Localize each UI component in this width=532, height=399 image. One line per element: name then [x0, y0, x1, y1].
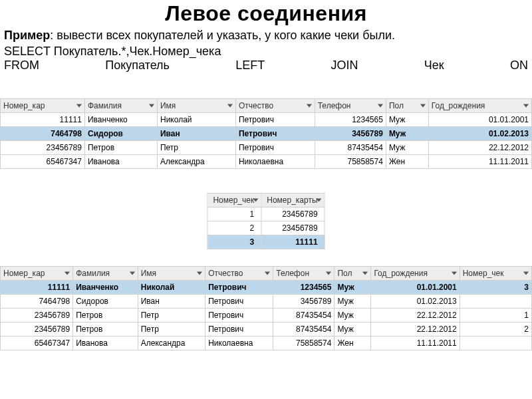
table-cell[interactable]: 22.12.2012: [428, 141, 531, 155]
table-cell[interactable]: Иванченко: [84, 113, 157, 127]
table-row[interactable]: 7464798СидоровИванПетрович3456789Муж01.0…: [1, 127, 532, 141]
table-cell[interactable]: Муж: [334, 281, 371, 295]
table-cell[interactable]: Сидоров: [84, 127, 157, 141]
table-cell[interactable]: Петрович: [235, 113, 315, 127]
table-row[interactable]: 11111ИванченкоНиколайПетрович1234565Муж0…: [1, 281, 532, 295]
table-row[interactable]: 23456789ПетровПетрПетрович87435454Муж22.…: [1, 309, 532, 323]
dropdown-icon[interactable]: [130, 272, 135, 275]
column-header[interactable]: Номер_карты: [261, 194, 325, 207]
table-cell[interactable]: Петрович: [205, 281, 273, 295]
table-cell[interactable]: 87435454: [273, 323, 334, 336]
table-cell[interactable]: 3456789: [273, 295, 334, 309]
column-header[interactable]: Телефон: [315, 99, 386, 113]
table-row[interactable]: 123456789: [207, 207, 325, 221]
table-cell[interactable]: 01.01.2001: [371, 281, 460, 295]
dropdown-icon[interactable]: [378, 104, 383, 108]
table-cell[interactable]: 11111: [1, 113, 85, 127]
dropdown-icon[interactable]: [362, 272, 368, 275]
dropdown-icon[interactable]: [317, 199, 322, 202]
table-cell[interactable]: Александра: [138, 336, 205, 350]
table-cell[interactable]: [460, 336, 531, 350]
table-cell[interactable]: Александра: [157, 155, 235, 169]
dropdown-icon[interactable]: [253, 199, 258, 202]
table-cell[interactable]: Муж: [334, 309, 371, 323]
table-cell[interactable]: 01.02.2013: [371, 295, 460, 309]
table-cell[interactable]: Петрович: [205, 323, 273, 336]
table-cell[interactable]: 1234565: [273, 281, 334, 295]
table-cell[interactable]: 3: [207, 235, 261, 249]
column-header[interactable]: Имя: [157, 99, 235, 113]
table-cell[interactable]: [460, 295, 531, 309]
dropdown-icon[interactable]: [420, 104, 426, 108]
table-row[interactable]: 65467347ИвановаАлександраНиколаевна75858…: [1, 155, 532, 169]
column-header[interactable]: Год_рождения: [428, 99, 531, 113]
dropdown-icon[interactable]: [227, 104, 233, 108]
table-cell[interactable]: 23456789: [261, 221, 325, 235]
table-cell[interactable]: Муж: [386, 113, 428, 127]
column-header[interactable]: Номер_чек: [207, 194, 261, 207]
table-cell[interactable]: 23456789: [1, 309, 73, 323]
table-cell[interactable]: 65467347: [1, 336, 73, 350]
dropdown-icon[interactable]: [76, 104, 82, 108]
table-cell[interactable]: 11111: [1, 281, 73, 295]
table-cell[interactable]: 22.12.2012: [371, 323, 460, 336]
table-cell[interactable]: Петров: [73, 309, 138, 323]
table-cell[interactable]: 11.11.2011: [371, 336, 460, 350]
table-cell[interactable]: Сидоров: [73, 295, 138, 309]
dropdown-icon[interactable]: [523, 104, 529, 108]
column-header[interactable]: Телефон: [273, 267, 334, 281]
dropdown-icon[interactable]: [452, 272, 457, 275]
table-cell[interactable]: Муж: [334, 323, 371, 336]
table-cell[interactable]: Иванова: [84, 155, 157, 169]
table-cell[interactable]: Петр: [138, 323, 205, 336]
table-cell[interactable]: Муж: [334, 295, 371, 309]
column-header[interactable]: Фамилия: [73, 267, 138, 281]
dropdown-icon[interactable]: [307, 104, 312, 108]
table-cell[interactable]: 22.12.2012: [371, 309, 460, 323]
table-cell[interactable]: Петрович: [205, 295, 273, 309]
table-row[interactable]: 11111ИванченкоНиколайПетрович1234565Муж0…: [1, 113, 532, 127]
table-cell[interactable]: Иван: [138, 295, 205, 309]
table-cell[interactable]: Николаевна: [235, 155, 315, 169]
column-header[interactable]: Номер_кар: [1, 267, 73, 281]
table-cell[interactable]: 2: [207, 221, 261, 235]
table-cell[interactable]: 87435454: [273, 309, 334, 323]
table-cell[interactable]: Петр: [138, 309, 205, 323]
dropdown-icon[interactable]: [326, 272, 331, 275]
column-header[interactable]: Пол: [334, 267, 371, 281]
table-cell[interactable]: 7464798: [1, 127, 85, 141]
table-cell[interactable]: Иванова: [73, 336, 138, 350]
table-cell[interactable]: 2: [460, 323, 531, 336]
table-cell[interactable]: 01.02.2013: [428, 127, 531, 141]
table-cell[interactable]: Петров: [84, 141, 157, 155]
table-row[interactable]: 7464798СидоровИванПетрович3456789Муж01.0…: [1, 295, 532, 309]
table-cell[interactable]: Муж: [386, 127, 428, 141]
table-cell[interactable]: 1: [460, 309, 531, 323]
table-cell[interactable]: 65467347: [1, 155, 85, 169]
table-cell[interactable]: Николай: [138, 281, 205, 295]
table-row[interactable]: 23456789ПетровПетрПетрович87435454Муж22.…: [1, 141, 532, 155]
table-cell[interactable]: 7464798: [1, 295, 73, 309]
table-cell[interactable]: 3: [460, 281, 531, 295]
table-cell[interactable]: 87435454: [315, 141, 386, 155]
table-row[interactable]: 223456789: [207, 221, 325, 235]
column-header[interactable]: Год_рождения: [371, 267, 460, 281]
dropdown-icon[interactable]: [265, 272, 270, 275]
column-header[interactable]: Отчество: [205, 267, 273, 281]
table-cell[interactable]: Петрович: [235, 127, 315, 141]
table-row[interactable]: 311111: [207, 235, 325, 249]
table-cell[interactable]: 3456789: [315, 127, 386, 141]
column-header[interactable]: Имя: [138, 267, 205, 281]
table-cell[interactable]: Муж: [386, 141, 428, 155]
dropdown-icon[interactable]: [149, 104, 154, 108]
column-header[interactable]: Отчество: [235, 99, 315, 113]
table-cell[interactable]: 01.01.2001: [428, 113, 531, 127]
table-cell[interactable]: 1: [207, 207, 261, 221]
column-header[interactable]: Номер_кар: [1, 99, 85, 113]
table-cell[interactable]: Николай: [157, 113, 235, 127]
table-cell[interactable]: Николаевна: [205, 336, 273, 350]
table-row[interactable]: 23456789ПетровПетрПетрович87435454Муж22.…: [1, 323, 532, 336]
table-cell[interactable]: Иванченко: [73, 281, 138, 295]
column-header[interactable]: Фамилия: [84, 99, 157, 113]
table-cell[interactable]: 1234565: [315, 113, 386, 127]
